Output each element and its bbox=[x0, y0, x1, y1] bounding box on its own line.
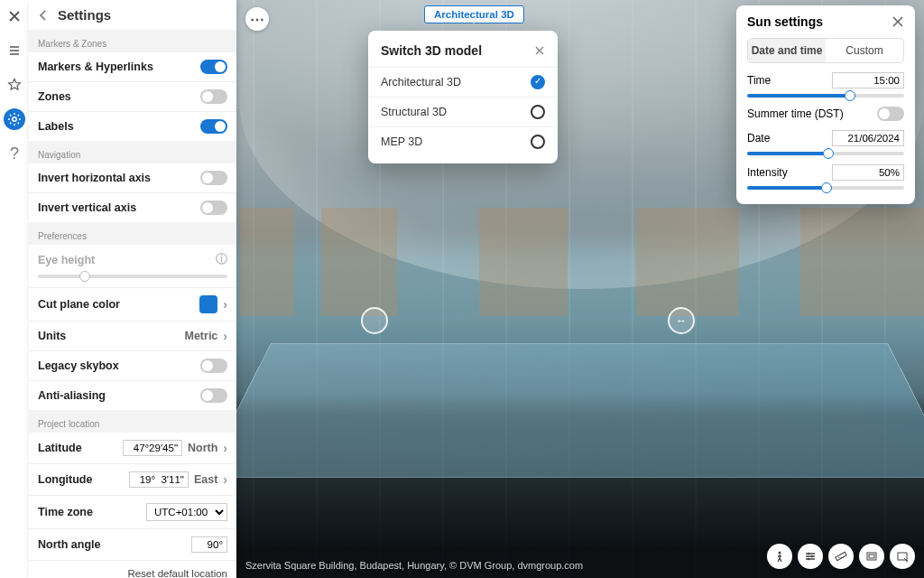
toggle-invert-v[interactable] bbox=[200, 200, 227, 215]
row-zones: Zones bbox=[29, 82, 236, 112]
row-longitude: Longitude East › bbox=[29, 464, 236, 496]
row-units[interactable]: Units Metric› bbox=[29, 322, 236, 351]
latitude-dir: North bbox=[188, 442, 217, 454]
model-option-structural[interactable]: Structural 3D bbox=[368, 97, 558, 126]
option-label: Structural 3D bbox=[381, 106, 447, 118]
svg-rect-5 bbox=[836, 552, 846, 560]
intensity-input[interactable] bbox=[832, 164, 904, 181]
label: Anti-aliasing bbox=[38, 389, 106, 402]
info-icon[interactable]: ⓘ bbox=[216, 252, 227, 267]
tab-date-time[interactable]: Date and time bbox=[748, 39, 826, 62]
slider-date[interactable] bbox=[747, 152, 904, 155]
chevron-right-icon: › bbox=[223, 297, 227, 312]
help-icon[interactable]: ? bbox=[4, 143, 25, 164]
north-angle-input[interactable] bbox=[191, 536, 227, 553]
model-option-mep[interactable]: MEP 3D bbox=[368, 126, 558, 156]
slider-eye-height[interactable] bbox=[38, 275, 227, 278]
chevron-left-icon[interactable] bbox=[38, 10, 49, 21]
view-toolbar bbox=[767, 544, 915, 569]
date-input[interactable] bbox=[832, 130, 904, 146]
field-time: Time bbox=[747, 72, 904, 98]
switch-model-title: Switch 3D model bbox=[381, 43, 482, 58]
measure-button[interactable] bbox=[828, 544, 854, 569]
radio-icon bbox=[531, 135, 545, 149]
walk-mode-button[interactable] bbox=[767, 544, 792, 569]
label: Labels bbox=[38, 120, 74, 133]
settings-title: Settings bbox=[58, 7, 111, 23]
label: Zones bbox=[38, 90, 71, 103]
row-invert-h: Invert horizontal axis bbox=[29, 163, 236, 193]
row-invert-v: Invert vertical axis bbox=[29, 193, 236, 222]
overflow-menu-button[interactable]: ⋯ bbox=[245, 7, 269, 31]
toggle-dst[interactable] bbox=[877, 107, 904, 121]
reset-location-link[interactable]: Reset default location bbox=[29, 561, 236, 578]
radio-selected-icon bbox=[531, 75, 545, 89]
label: Cut plane color bbox=[38, 298, 120, 311]
label: Longitude bbox=[38, 473, 92, 486]
svg-point-1 bbox=[779, 552, 781, 555]
model-pill[interactable]: Architectural 3D bbox=[424, 5, 524, 23]
screenshot-button[interactable] bbox=[859, 544, 884, 569]
slider-intensity[interactable] bbox=[747, 186, 904, 190]
close-icon[interactable] bbox=[892, 15, 904, 28]
row-cut-plane-color[interactable]: Cut plane color › bbox=[29, 288, 236, 322]
toggle-invert-h[interactable] bbox=[200, 171, 227, 185]
label: Time bbox=[747, 74, 771, 87]
svg-point-4 bbox=[808, 558, 810, 561]
hotspot-marker[interactable] bbox=[361, 307, 388, 334]
field-intensity: Intensity bbox=[747, 164, 904, 190]
field-dst: Summer time (DST) bbox=[747, 107, 904, 121]
slider-time[interactable] bbox=[747, 94, 904, 98]
label: Invert vertical axis bbox=[38, 201, 136, 214]
option-label: MEP 3D bbox=[381, 135, 422, 148]
close-icon[interactable] bbox=[4, 5, 25, 27]
switch-model-popup: Switch 3D model Architectural 3D Structu… bbox=[368, 31, 558, 163]
left-rail: ? bbox=[0, 0, 29, 578]
tab-custom[interactable]: Custom bbox=[826, 39, 903, 62]
latitude-input[interactable] bbox=[123, 440, 182, 456]
svg-point-3 bbox=[811, 555, 814, 558]
gear-icon[interactable] bbox=[4, 108, 25, 130]
svg-point-2 bbox=[808, 553, 810, 555]
toggle-labels[interactable] bbox=[200, 119, 227, 134]
label: Markers & Hyperlinks bbox=[38, 61, 153, 73]
field-date: Date bbox=[747, 130, 904, 155]
toggle-zones[interactable] bbox=[200, 89, 227, 104]
chevron-right-icon: › bbox=[223, 441, 227, 455]
fullscreen-button[interactable] bbox=[890, 544, 915, 569]
longitude-input[interactable] bbox=[129, 471, 189, 488]
viewport-walls bbox=[239, 208, 924, 316]
row-north-angle: North angle bbox=[29, 529, 236, 561]
label: Units bbox=[38, 330, 66, 342]
time-input[interactable] bbox=[832, 72, 904, 89]
star-icon[interactable] bbox=[4, 74, 25, 96]
hotspot-marker[interactable]: ↔ bbox=[668, 307, 695, 334]
timezone-select[interactable]: UTC+01:00 bbox=[146, 503, 227, 521]
close-icon[interactable] bbox=[534, 45, 545, 56]
label: Latitude bbox=[38, 442, 82, 454]
label: Legacy skybox bbox=[38, 359, 119, 372]
label: Intensity bbox=[747, 166, 788, 179]
section-markers-zones: Markers & Zones bbox=[29, 30, 236, 52]
label: North angle bbox=[38, 538, 100, 551]
chevron-right-icon: › bbox=[223, 329, 227, 343]
label: Invert horizontal axis bbox=[38, 172, 151, 184]
toggle-legacy-skybox[interactable] bbox=[200, 359, 227, 373]
label: Eye height bbox=[38, 254, 95, 266]
model-option-architectural[interactable]: Architectural 3D bbox=[368, 67, 558, 97]
toggle-markers-hyperlinks[interactable] bbox=[200, 60, 227, 74]
model-pill-label: Architectural 3D bbox=[434, 9, 514, 20]
toggle-anti-aliasing[interactable] bbox=[200, 388, 227, 403]
viewport-glass-railing bbox=[202, 343, 924, 478]
svg-point-9 bbox=[906, 560, 908, 562]
section-preferences: Preferences bbox=[29, 222, 236, 245]
sun-title: Sun settings bbox=[747, 14, 823, 29]
svg-rect-7 bbox=[869, 555, 874, 558]
label: Summer time (DST) bbox=[747, 107, 844, 120]
row-legacy-skybox: Legacy skybox bbox=[29, 351, 236, 381]
sun-settings-panel: Sun settings Date and time Custom Time S… bbox=[736, 5, 915, 204]
list-icon[interactable] bbox=[4, 40, 25, 61]
section-project-location: Project location bbox=[29, 410, 236, 433]
viewport-credit: Szervita Square Building, Budapest, Hung… bbox=[245, 560, 583, 571]
filters-button[interactable] bbox=[798, 544, 823, 569]
